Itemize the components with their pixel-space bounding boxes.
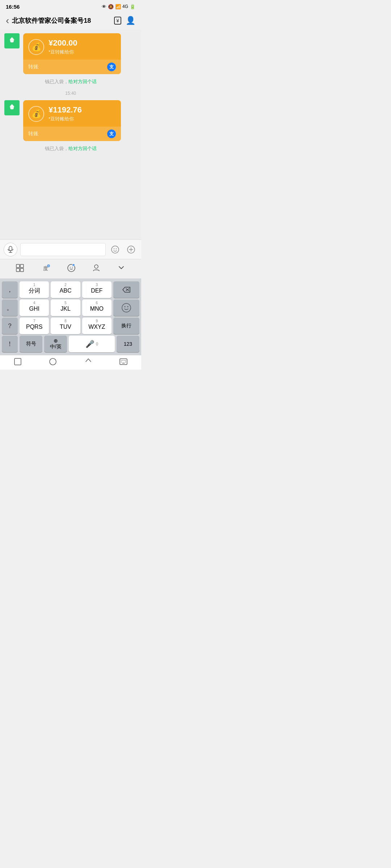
svg-point-32 <box>50 358 56 365</box>
kb-avatar-icon[interactable] <box>92 264 101 275</box>
emoji-key[interactable] <box>113 299 139 316</box>
svg-rect-14 <box>20 264 24 268</box>
status-icons: 👁 🔕 📶 4G 🔋 <box>102 4 135 9</box>
alipay-icon-1: 支 <box>107 63 116 71</box>
status-bar: 16:56 👁 🔕 📶 4G 🔋 <box>0 0 141 12</box>
transfer-coin-icon-2: 💰 <box>28 106 44 122</box>
key-123[interactable]: 123 <box>117 336 139 352</box>
svg-text:+: + <box>48 265 49 267</box>
emoji-button[interactable] <box>109 243 122 256</box>
kb-baidu-icon[interactable]: 度 + <box>41 264 51 275</box>
transfer-card-2[interactable]: 💰 ¥1192.76 *豆转账给你 转账 支 <box>23 100 121 141</box>
transfer-info-2: ¥1192.76 *豆转账给你 <box>49 105 82 122</box>
punct-exclaim[interactable]: ！ <box>2 336 18 352</box>
plus-button[interactable] <box>125 243 138 256</box>
key-space[interactable]: 🎤 0 <box>69 336 114 352</box>
svg-rect-33 <box>120 359 127 365</box>
key-5-jkl[interactable]: 5 JKL <box>51 299 80 316</box>
timestamp: 15:40 <box>4 91 137 96</box>
chat-area: + 💰 ¥200.00 *豆转账给你 转账 支 钱已入袋，给对方回个话 15:4… <box>0 30 141 239</box>
svg-point-25 <box>94 265 98 268</box>
transfer-amount-1: ¥200.00 <box>49 38 77 48</box>
battery-icon: 🔋 <box>130 4 135 9</box>
kb-collapse-icon[interactable] <box>117 264 126 275</box>
key-8-tuv[interactable]: 8 TUV <box>51 318 80 334</box>
key-3-def[interactable]: 3 DEF <box>82 281 112 298</box>
svg-rect-13 <box>16 264 20 268</box>
svg-rect-16 <box>20 268 24 272</box>
sys-notice-2: 钱已入袋，给对方回个话 <box>4 145 137 152</box>
key-7-pqrs[interactable]: 7 PQRS <box>20 318 49 334</box>
svg-rect-4 <box>9 246 12 251</box>
signal-icon: 4G <box>122 4 128 9</box>
key-fuhao[interactable]: 符号 <box>20 336 42 352</box>
kb-row-2: 。 4 GHI 5 JKL 6 MNO <box>2 299 139 316</box>
svg-text:+: + <box>11 40 13 44</box>
kb-toolbar: 度 + + <box>0 259 141 278</box>
avatar-2: + <box>4 100 20 115</box>
svg-point-9 <box>116 248 117 249</box>
reply-link-1[interactable]: 给对方回个话 <box>68 79 97 84</box>
wifi-icon: 📶 <box>115 4 121 9</box>
nav-bar: ‹ 北京软件管家公司备案号18 ¥ 👤 <box>0 12 141 30</box>
transfer-card-body-1: 💰 ¥200.00 *豆转账给你 <box>23 33 121 60</box>
message-row-2: + 💰 ¥1192.76 *豆转账给你 转账 支 <box>4 100 137 141</box>
transfer-desc-1: *豆转账给你 <box>49 49 77 55</box>
page-title: 北京软件管家公司备案号18 <box>12 16 114 25</box>
nav-keyboard-btn[interactable] <box>119 358 127 367</box>
transfer-card-footer-2: 转账 支 <box>23 127 121 141</box>
enter-key[interactable]: 换行 <box>113 318 139 334</box>
key-zhong[interactable]: ⊕ 中/英 <box>44 336 67 352</box>
contact-icon[interactable]: 👤 <box>126 16 135 25</box>
punct-period[interactable]: 。 <box>2 299 18 316</box>
mic-button[interactable] <box>4 243 17 256</box>
svg-point-7 <box>112 246 119 253</box>
transfer-card-footer-1: 转账 支 <box>23 60 121 74</box>
key-6-mno[interactable]: 6 MNO <box>82 299 112 316</box>
punct-comma[interactable]: ， <box>2 281 18 298</box>
nav-actions: ¥ 👤 <box>114 16 135 25</box>
money-icon[interactable]: ¥ <box>114 17 121 25</box>
sys-notice-1: 钱已入袋，给对方回个话 <box>4 78 137 85</box>
punct-question[interactable]: ？ <box>2 318 18 334</box>
svg-point-28 <box>122 303 131 312</box>
transfer-label-1: 转账 <box>28 64 38 70</box>
sys-nav <box>0 355 141 370</box>
transfer-card-1[interactable]: 💰 ¥200.00 *豆转账给你 转账 支 <box>23 33 121 74</box>
avatar-1: + <box>4 33 20 48</box>
kb-row-1: ， 1 分词 2 ABC 3 DEF <box>2 281 139 298</box>
back-button[interactable]: ‹ <box>6 15 9 26</box>
bell-icon: 🔕 <box>108 4 114 9</box>
nav-recents-btn[interactable] <box>84 358 92 367</box>
transfer-info-1: ¥200.00 *豆转账给你 <box>49 38 77 55</box>
svg-point-29 <box>124 306 125 307</box>
svg-text:+: + <box>73 264 74 267</box>
reply-link-2[interactable]: 给对方回个话 <box>68 146 97 151</box>
transfer-coin-icon-1: 💰 <box>28 39 44 55</box>
key-1-fenci[interactable]: 1 分词 <box>20 281 49 298</box>
kb-apps-icon[interactable] <box>16 264 24 275</box>
alipay-icon-2: 支 <box>107 129 116 138</box>
svg-point-30 <box>127 306 128 307</box>
transfer-amount-2: ¥1192.76 <box>49 105 82 115</box>
transfer-desc-2: *豆转账给你 <box>49 116 82 122</box>
transfer-label-2: 转账 <box>28 131 38 137</box>
key-4-ghi[interactable]: 4 GHI <box>20 299 49 316</box>
input-bar <box>0 239 141 259</box>
eye-icon: 👁 <box>102 4 106 9</box>
nav-back-btn[interactable] <box>14 358 22 367</box>
kb-row-3: ？ 7 PQRS 8 TUV 9 WXYZ 换行 <box>2 318 139 334</box>
svg-point-8 <box>114 248 114 249</box>
kb-sticker-icon[interactable]: + <box>67 264 76 275</box>
delete-key[interactable] <box>113 281 139 298</box>
message-row-1: + 💰 ¥200.00 *豆转账给你 转账 支 <box>4 33 137 74</box>
transfer-card-body-2: 💰 ¥1192.76 *豆转账给你 <box>23 100 121 127</box>
svg-point-21 <box>70 267 71 268</box>
key-2-abc[interactable]: 2 ABC <box>51 281 80 298</box>
keyboard: ， 1 分词 2 ABC 3 DEF 。 4 GHI 5 J <box>0 278 141 355</box>
nav-home-btn[interactable] <box>49 358 57 367</box>
svg-rect-31 <box>14 358 21 365</box>
message-input[interactable] <box>20 243 106 256</box>
key-9-wxyz[interactable]: 9 WXYZ <box>82 318 112 334</box>
svg-text:+: + <box>11 107 13 111</box>
